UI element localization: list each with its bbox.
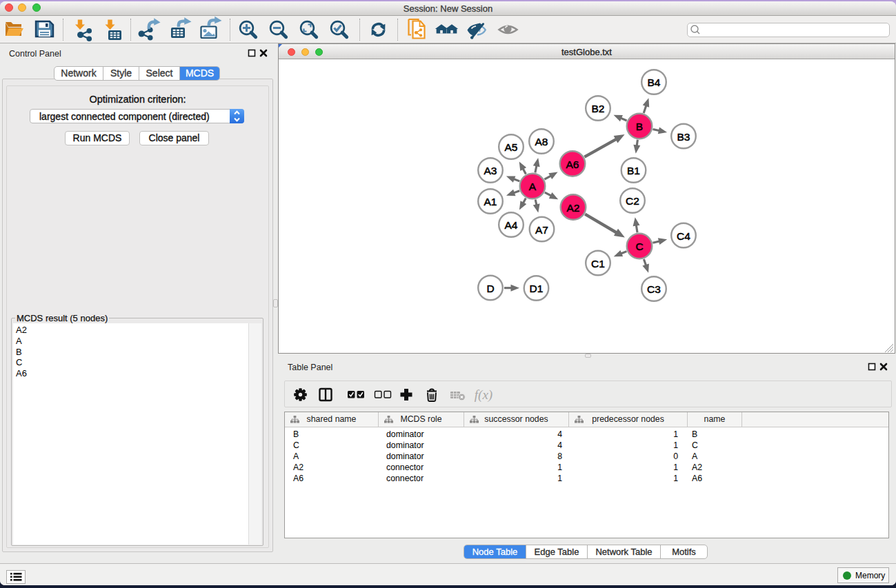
svg-text:C4: C4 (677, 230, 690, 242)
svg-text:A2: A2 (567, 202, 580, 214)
svg-text:f(x): f(x) (475, 387, 492, 403)
svg-text:A3: A3 (484, 165, 497, 176)
svg-text:C2: C2 (626, 195, 639, 207)
svg-text:A7: A7 (535, 224, 548, 236)
svg-text:A1: A1 (484, 196, 497, 207)
svg-text:A4: A4 (505, 219, 518, 231)
svg-text:B: B (636, 121, 643, 132)
svg-text:B2: B2 (592, 103, 605, 114)
svg-text:D1: D1 (530, 283, 544, 294)
svg-text:D: D (486, 283, 494, 294)
svg-text:B3: B3 (677, 131, 690, 143)
svg-text:A8: A8 (535, 136, 548, 148)
svg-text:C1: C1 (591, 258, 605, 270)
svg-text:A: A (529, 181, 537, 192)
svg-text:B1: B1 (627, 165, 640, 176)
svg-text:C3: C3 (647, 283, 661, 295)
svg-text:A5: A5 (505, 141, 518, 153)
svg-text:A6: A6 (566, 159, 579, 170)
svg-text:B4: B4 (648, 77, 661, 88)
svg-text:C: C (635, 241, 643, 252)
